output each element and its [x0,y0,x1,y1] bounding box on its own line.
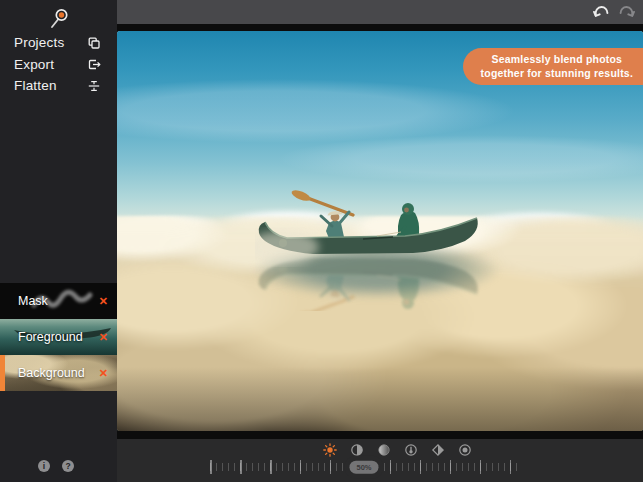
layers-panel: Mask ✕ Foreground ✕ Background ✕ [0,283,117,391]
menu-item-export-label: Export [14,57,87,72]
layer-delete-background-icon[interactable]: ✕ [99,368,108,379]
menu-item-export[interactable]: Export [0,54,117,76]
sidebar: Projects Export Flatten [0,0,117,482]
layer-row-background[interactable]: Background ✕ [0,355,117,391]
tip-badge-line2: together for stunning results. [481,67,633,81]
contrast-icon[interactable] [350,443,364,457]
loupe-search-icon[interactable] [48,4,72,30]
canoe-with-paddlers [255,181,485,311]
menu-item-flatten-label: Flatten [14,78,87,93]
tip-badge-line1: Seamlessly blend photos [481,53,633,67]
selected-layer-indicator [0,355,5,391]
info-icon[interactable]: i [38,460,50,472]
flatten-icon [87,79,101,93]
zoom-level-badge: 50% [349,461,378,474]
temperature-icon[interactable] [404,443,418,457]
export-icon [87,57,101,71]
bottom-divider [117,431,643,439]
undo-arrow-icon[interactable] [593,4,609,20]
layer-delete-mask-icon[interactable]: ✕ [99,296,108,307]
adjustments-toolbar: 50% [117,439,643,482]
sidebar-menu: Projects Export Flatten [0,32,117,97]
menu-item-projects-label: Projects [14,35,87,50]
menu-item-projects[interactable]: Projects [0,32,117,54]
sharpness-icon[interactable] [431,443,445,457]
layer-label-foreground: Foreground [18,330,83,344]
top-divider [117,24,643,31]
projects-copy-icon [87,36,101,50]
saturation-icon[interactable] [377,443,391,457]
layer-label-mask: Mask [18,294,48,308]
layer-row-foreground[interactable]: Foreground ✕ [0,319,117,355]
redo-arrow-icon[interactable] [619,4,635,20]
zoom-slider[interactable]: 50% [210,460,518,474]
sidebar-footer: i ? [0,460,117,472]
layer-row-mask[interactable]: Mask ✕ [0,283,117,319]
tip-badge: Seamlessly blend photos together for stu… [463,48,643,85]
editor-canvas[interactable]: Seamlessly blend photos together for stu… [117,31,643,431]
undo-redo-group [593,4,635,20]
top-bar [117,0,643,24]
menu-item-flatten[interactable]: Flatten [0,75,117,97]
layer-label-background: Background [18,366,85,380]
help-icon[interactable]: ? [62,460,74,472]
vignette-icon[interactable] [458,443,472,457]
brightness-icon[interactable] [323,443,337,457]
adjustment-icons-row [323,443,472,457]
layer-delete-foreground-icon[interactable]: ✕ [99,332,108,343]
